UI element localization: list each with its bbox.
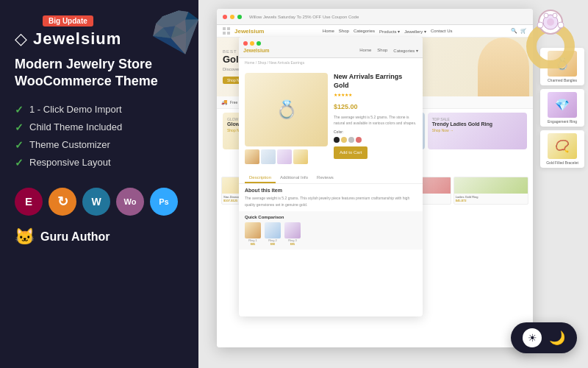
- product-nav: Home Shop Categories ▾: [359, 48, 418, 53]
- left-panel: Big Update ◇ Jewelsium Modern Jewelry St…: [0, 0, 198, 368]
- customizer-icon: ↻: [49, 188, 76, 216]
- screenshots-container: Willow Jewels Saturday To 25% OFF Use Co…: [198, 0, 588, 368]
- check-icon-3: ✓: [15, 139, 24, 151]
- thumb-1[interactable]: [245, 149, 259, 164]
- compare-items: Ring 1 $85 Ring 2 $90 Ring 3 $95: [245, 222, 417, 246]
- thumb-label-2: Engagement Ring: [543, 119, 581, 124]
- tab-description[interactable]: Description: [245, 173, 276, 183]
- feature-item-4: ✓ Responsive Layout: [15, 157, 184, 169]
- product-name: New Arrivals Earrings Gold: [334, 73, 417, 90]
- product-body: 💍 New Arrivals Earrings Gold ★★★★★ $125.…: [239, 67, 423, 170]
- breadcrumb: Home / Shop / New Arrivals Earrings: [239, 58, 423, 67]
- check-icon-4: ✓: [15, 157, 24, 169]
- add-to-cart-btn[interactable]: Add to Cart: [334, 146, 368, 159]
- ss-nav-links: Home Shop Categories Products ▾ Jeweller…: [323, 29, 453, 34]
- thumb-label-3: Gold Filled Bracelet: [543, 160, 581, 165]
- woo-icon: Wo: [116, 188, 144, 216]
- ss-store-name: Jewelsium: [234, 28, 264, 35]
- feature-item-2: ✓ Child Theme Included: [15, 121, 184, 133]
- quick-compare: Quick Comparison Ring 1 $85 Ring 2 $90: [239, 211, 423, 250]
- toggle-light[interactable]: ☀: [523, 328, 542, 347]
- product-colors: Color:: [334, 129, 417, 143]
- product-tabs: Description Additional Info Reviews: [239, 173, 423, 184]
- product-details: New Arrivals Earrings Gold ★★★★★ $125.00…: [334, 73, 417, 164]
- color-gold[interactable]: [341, 137, 347, 143]
- right-panel: Willow Jewels Saturday To 25% OFF Use Co…: [198, 0, 588, 368]
- sun-icon: ☀: [528, 332, 537, 344]
- color-silver[interactable]: [348, 137, 354, 143]
- tab-additional[interactable]: Additional Info: [276, 173, 312, 183]
- tab-reviews[interactable]: Reviews: [312, 173, 338, 183]
- guru-author-row: 🐱 Guru Author: [15, 227, 184, 247]
- guru-icon: 🐱: [15, 227, 35, 247]
- feature-item-1: ✓ 1 - Click Demo Import: [15, 104, 184, 116]
- product-rating: ★★★★★: [334, 91, 417, 99]
- deco-ring: [520, 6, 582, 68]
- thumb-3[interactable]: [277, 149, 292, 164]
- wordpress-icon: W: [82, 188, 110, 216]
- offer-card-3: TOP SALE Trendy Ladies Gold Ring Shop No…: [428, 113, 527, 149]
- shipping-icon: 🚚: [221, 99, 228, 105]
- check-icon-2: ✓: [15, 121, 24, 133]
- guru-text: Guru Author: [40, 230, 110, 244]
- product-screenshot: Jewelsium Home Shop Categories ▾ Home / …: [239, 37, 423, 316]
- svg-point-6: [544, 13, 548, 18]
- thumb-label-1: Charmed Bangles: [543, 78, 581, 82]
- browser-url: Willow Jewels Saturday To 25% OFF Use Co…: [249, 15, 359, 19]
- product-description: The average weight is 5.2 grams. The sto…: [334, 115, 417, 126]
- product-price: $125.00: [334, 101, 417, 113]
- svg-point-3: [547, 18, 554, 26]
- thumb-2[interactable]: [261, 149, 276, 164]
- compare-item-3: Ring 3 $95: [284, 222, 301, 246]
- tech-icons-row: E ↻ W Wo Ps: [15, 188, 184, 216]
- brand-name: Jewelsium: [33, 29, 121, 49]
- compare-item-2: Ring 2 $90: [265, 222, 281, 246]
- compare-item-1: Ring 1 $85: [245, 222, 261, 246]
- moon-icon: 🌙: [549, 330, 565, 346]
- elementor-icon: E: [15, 188, 43, 216]
- features-list: ✓ 1 - Click Demo Import ✓ Child Theme In…: [15, 104, 184, 174]
- product-images: 💍: [245, 73, 328, 164]
- product-main-image: 💍: [245, 73, 328, 146]
- color-rose[interactable]: [356, 137, 362, 143]
- brand-icon: ◇: [15, 29, 27, 49]
- feature-item-3: ✓ Theme Customizer: [15, 139, 184, 151]
- thumb-4[interactable]: [293, 149, 308, 164]
- product-thumbnails: [245, 149, 328, 164]
- product-about: About this item The average weight is 5.…: [239, 184, 423, 211]
- trending-card-4: Ladies Gold Ring $45-$72: [453, 177, 528, 205]
- screenshot-header: Willow Jewels Saturday To 25% OFF Use Co…: [217, 9, 533, 25]
- product-store-name: Jewelsium: [243, 48, 269, 53]
- thumb-category-3: 📿 Gold Filled Bracelet: [540, 130, 584, 168]
- svg-point-4: [537, 22, 543, 28]
- ps-icon: Ps: [150, 188, 178, 216]
- color-black[interactable]: [334, 137, 340, 143]
- color-swatches: [334, 137, 417, 143]
- svg-point-5: [558, 22, 564, 28]
- ss-nav: Jewelsium Home Shop Categories Products …: [217, 25, 533, 38]
- thumb-category-2: 💎 Engagement Ring: [540, 89, 584, 127]
- check-icon-1: ✓: [15, 104, 24, 116]
- theme-toggle[interactable]: ☀ 🌙: [511, 322, 577, 353]
- svg-point-7: [553, 13, 557, 18]
- product-screenshot-header: Jewelsium Home Shop Categories ▾: [239, 37, 423, 58]
